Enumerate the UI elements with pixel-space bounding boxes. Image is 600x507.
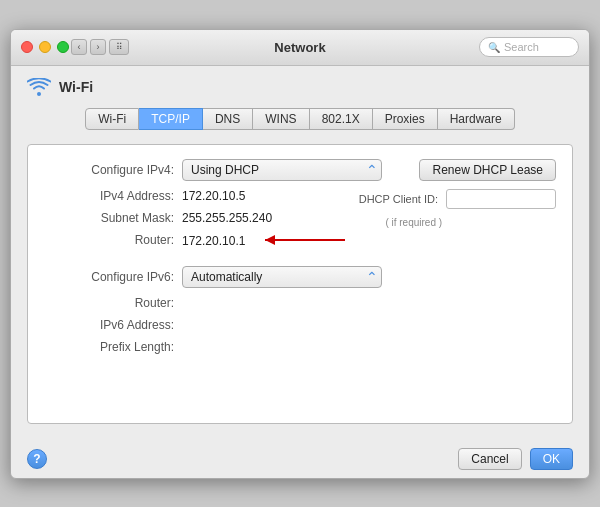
dhcp-client-label: DHCP Client ID: (359, 193, 438, 205)
ipv4-address-label: IPv4 Address: (44, 189, 174, 203)
tab-8021x[interactable]: 802.1X (310, 108, 373, 130)
ok-button[interactable]: OK (530, 448, 573, 470)
tcpip-panel: Configure IPv4: Using DHCP ⌃ Renew DHCP … (27, 144, 573, 424)
renew-dhcp-button[interactable]: Renew DHCP Lease (419, 159, 556, 181)
nav-buttons: ‹ › ⠿ (71, 39, 129, 55)
configure-ipv4-row: Configure IPv4: Using DHCP ⌃ Renew DHCP … (44, 159, 556, 181)
prefix-length-row: Prefix Length: (44, 340, 556, 354)
tab-hardware[interactable]: Hardware (438, 108, 515, 130)
svg-marker-1 (265, 235, 275, 245)
dhcp-client-input[interactable] (446, 189, 556, 209)
configure-ipv4-label: Configure IPv4: (44, 163, 174, 177)
bottom-buttons: Cancel OK (458, 448, 573, 470)
forward-button[interactable]: › (90, 39, 106, 55)
dhcp-client-row: DHCP Client ID: (359, 189, 556, 209)
tab-proxies[interactable]: Proxies (373, 108, 438, 130)
configure-ipv6-label: Configure IPv6: (44, 270, 174, 284)
dhcp-client-section: DHCP Client ID: ( if required ) (359, 189, 556, 228)
configure-ipv6-select[interactable]: Automatically (182, 266, 382, 288)
wifi-label: Wi-Fi (59, 79, 93, 95)
router-value: 172.20.10.1 (182, 234, 245, 248)
ipv4-address-row: IPv4 Address: 172.20.10.5 (44, 189, 339, 203)
spacer (44, 256, 556, 266)
router-row: Router: 172.20.10.1 (44, 233, 339, 248)
tab-wifi[interactable]: Wi-Fi (85, 108, 139, 130)
subnet-mask-value: 255.255.255.240 (182, 211, 272, 225)
help-button[interactable]: ? (27, 449, 47, 469)
red-arrow-icon (255, 230, 350, 250)
tabs-bar: Wi-Fi TCP/IP DNS WINS 802.1X Proxies Har… (27, 108, 573, 130)
network-window: ‹ › ⠿ Network 🔍 Search Wi-Fi Wi-Fi TCP/I… (10, 29, 590, 479)
configure-ipv4-select[interactable]: Using DHCP (182, 159, 382, 181)
ipv6-address-row: IPv6 Address: (44, 318, 556, 332)
tab-dns[interactable]: DNS (203, 108, 253, 130)
window-title: Network (274, 40, 325, 55)
ipv6-router-row: Router: (44, 296, 556, 310)
subnet-mask-label: Subnet Mask: (44, 211, 174, 225)
wifi-icon (27, 78, 51, 96)
search-box[interactable]: 🔍 Search (479, 37, 579, 57)
configure-ipv6-select-container: Automatically ⌃ (182, 266, 382, 288)
close-button[interactable] (21, 41, 33, 53)
grid-button[interactable]: ⠿ (109, 39, 129, 55)
traffic-lights (21, 41, 69, 53)
bottom-bar: ? Cancel OK (11, 440, 589, 478)
ipv6-address-label: IPv6 Address: (44, 318, 174, 332)
subnet-mask-row: Subnet Mask: 255.255.255.240 (44, 211, 339, 225)
configure-ipv4-select-container: Using DHCP ⌃ (182, 159, 382, 181)
tab-wins[interactable]: WINS (253, 108, 309, 130)
configure-ipv6-row: Configure IPv6: Automatically ⌃ (44, 266, 556, 288)
ipv6-router-label: Router: (44, 296, 174, 310)
prefix-length-label: Prefix Length: (44, 340, 174, 354)
minimize-button[interactable] (39, 41, 51, 53)
search-icon: 🔍 (488, 42, 500, 53)
router-arrow-container: 172.20.10.1 (182, 233, 245, 248)
left-fields: IPv4 Address: 172.20.10.5 Subnet Mask: 2… (44, 189, 339, 256)
titlebar: ‹ › ⠿ Network 🔍 Search (11, 30, 589, 66)
ipv4-dhcp-section: IPv4 Address: 172.20.10.5 Subnet Mask: 2… (44, 189, 556, 256)
if-required-text: ( if required ) (359, 217, 469, 228)
cancel-button[interactable]: Cancel (458, 448, 521, 470)
maximize-button[interactable] (57, 41, 69, 53)
router-label: Router: (44, 233, 174, 247)
ipv4-address-value: 172.20.10.5 (182, 189, 245, 203)
back-button[interactable]: ‹ (71, 39, 87, 55)
wifi-header: Wi-Fi (27, 78, 573, 96)
tab-tcpip[interactable]: TCP/IP (139, 108, 203, 130)
search-placeholder: Search (504, 41, 539, 53)
content-area: Wi-Fi Wi-Fi TCP/IP DNS WINS 802.1X Proxi… (11, 66, 589, 440)
